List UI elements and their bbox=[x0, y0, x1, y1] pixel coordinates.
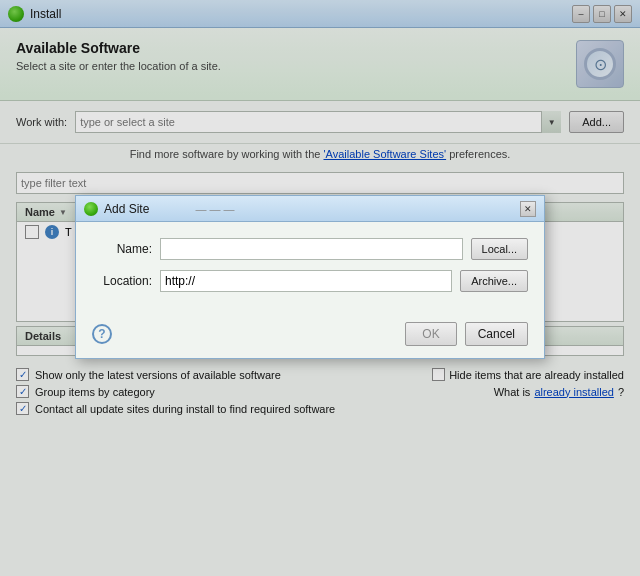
dialog-title-bar: Add Site — — — ✕ bbox=[76, 196, 544, 222]
local-button[interactable]: Local... bbox=[471, 238, 528, 260]
help-icon[interactable]: ? bbox=[92, 324, 112, 344]
dialog-body: Name: Local... Location: Archive... bbox=[76, 222, 544, 314]
name-field-label: Name: bbox=[92, 242, 152, 256]
add-site-dialog: Add Site — — — ✕ Name: Local... Location… bbox=[75, 195, 545, 359]
archive-button[interactable]: Archive... bbox=[460, 270, 528, 292]
dialog-footer: ? OK Cancel bbox=[76, 314, 544, 358]
location-field-label: Location: bbox=[92, 274, 152, 288]
dialog-title-left: Add Site — — — bbox=[84, 202, 235, 216]
cancel-button[interactable]: Cancel bbox=[465, 322, 528, 346]
ok-button[interactable]: OK bbox=[405, 322, 456, 346]
dialog-title-decoration: — — — bbox=[195, 203, 234, 215]
dialog-title-icon bbox=[84, 202, 98, 216]
dialog-title-text: Add Site bbox=[104, 202, 149, 216]
location-field-row: Location: Archive... bbox=[92, 270, 528, 292]
name-field-input[interactable] bbox=[160, 238, 463, 260]
dialog-button-group: OK Cancel bbox=[405, 322, 528, 346]
name-field-row: Name: Local... bbox=[92, 238, 528, 260]
dialog-close-button[interactable]: ✕ bbox=[520, 201, 536, 217]
location-field-input[interactable] bbox=[160, 270, 452, 292]
